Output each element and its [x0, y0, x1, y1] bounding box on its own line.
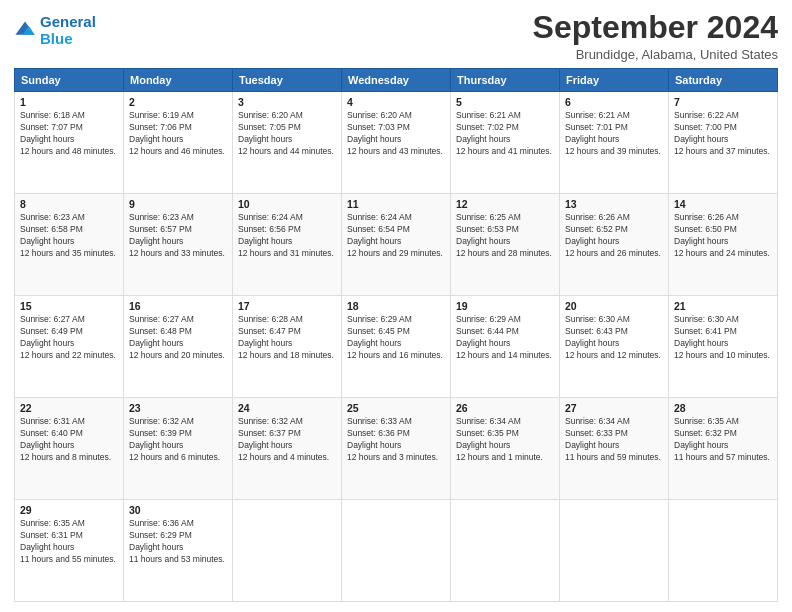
header-thursday: Thursday — [451, 69, 560, 92]
day-info: Sunrise: 6:22 AM Sunset: 7:00 PM Dayligh… — [674, 110, 772, 158]
day-number: 26 — [456, 402, 554, 414]
day-info: Sunrise: 6:25 AM Sunset: 6:53 PM Dayligh… — [456, 212, 554, 260]
day-number: 9 — [129, 198, 227, 210]
day-number: 23 — [129, 402, 227, 414]
day-number: 1 — [20, 96, 118, 108]
calendar-cell: 20 Sunrise: 6:30 AM Sunset: 6:43 PM Dayl… — [560, 296, 669, 398]
calendar-cell: 18 Sunrise: 6:29 AM Sunset: 6:45 PM Dayl… — [342, 296, 451, 398]
logo: General Blue — [14, 14, 96, 47]
day-number: 21 — [674, 300, 772, 312]
month-title: September 2024 — [533, 10, 778, 45]
calendar-cell — [342, 500, 451, 602]
day-info: Sunrise: 6:23 AM Sunset: 6:58 PM Dayligh… — [20, 212, 118, 260]
calendar-cell: 2 Sunrise: 6:19 AM Sunset: 7:06 PM Dayli… — [124, 92, 233, 194]
calendar-cell: 27 Sunrise: 6:34 AM Sunset: 6:33 PM Dayl… — [560, 398, 669, 500]
calendar-week-3: 22 Sunrise: 6:31 AM Sunset: 6:40 PM Dayl… — [15, 398, 778, 500]
calendar-cell: 29 Sunrise: 6:35 AM Sunset: 6:31 PM Dayl… — [15, 500, 124, 602]
day-number: 12 — [456, 198, 554, 210]
calendar-cell: 12 Sunrise: 6:25 AM Sunset: 6:53 PM Dayl… — [451, 194, 560, 296]
day-info: Sunrise: 6:30 AM Sunset: 6:43 PM Dayligh… — [565, 314, 663, 362]
day-info: Sunrise: 6:35 AM Sunset: 6:31 PM Dayligh… — [20, 518, 118, 566]
calendar-cell: 14 Sunrise: 6:26 AM Sunset: 6:50 PM Dayl… — [669, 194, 778, 296]
day-number: 2 — [129, 96, 227, 108]
calendar-cell: 16 Sunrise: 6:27 AM Sunset: 6:48 PM Dayl… — [124, 296, 233, 398]
day-info: Sunrise: 6:21 AM Sunset: 7:01 PM Dayligh… — [565, 110, 663, 158]
calendar-cell: 19 Sunrise: 6:29 AM Sunset: 6:44 PM Dayl… — [451, 296, 560, 398]
day-number: 5 — [456, 96, 554, 108]
day-number: 14 — [674, 198, 772, 210]
day-info: Sunrise: 6:30 AM Sunset: 6:41 PM Dayligh… — [674, 314, 772, 362]
day-info: Sunrise: 6:26 AM Sunset: 6:50 PM Dayligh… — [674, 212, 772, 260]
calendar-cell: 11 Sunrise: 6:24 AM Sunset: 6:54 PM Dayl… — [342, 194, 451, 296]
day-info: Sunrise: 6:20 AM Sunset: 7:03 PM Dayligh… — [347, 110, 445, 158]
calendar-cell: 7 Sunrise: 6:22 AM Sunset: 7:00 PM Dayli… — [669, 92, 778, 194]
calendar-cell: 1 Sunrise: 6:18 AM Sunset: 7:07 PM Dayli… — [15, 92, 124, 194]
day-info: Sunrise: 6:32 AM Sunset: 6:37 PM Dayligh… — [238, 416, 336, 464]
calendar-cell: 25 Sunrise: 6:33 AM Sunset: 6:36 PM Dayl… — [342, 398, 451, 500]
day-number: 29 — [20, 504, 118, 516]
calendar-cell: 3 Sunrise: 6:20 AM Sunset: 7:05 PM Dayli… — [233, 92, 342, 194]
calendar-cell: 5 Sunrise: 6:21 AM Sunset: 7:02 PM Dayli… — [451, 92, 560, 194]
calendar-cell: 17 Sunrise: 6:28 AM Sunset: 6:47 PM Dayl… — [233, 296, 342, 398]
calendar-cell: 8 Sunrise: 6:23 AM Sunset: 6:58 PM Dayli… — [15, 194, 124, 296]
day-info: Sunrise: 6:19 AM Sunset: 7:06 PM Dayligh… — [129, 110, 227, 158]
header-monday: Monday — [124, 69, 233, 92]
calendar-cell: 23 Sunrise: 6:32 AM Sunset: 6:39 PM Dayl… — [124, 398, 233, 500]
calendar-cell: 24 Sunrise: 6:32 AM Sunset: 6:37 PM Dayl… — [233, 398, 342, 500]
calendar-cell — [451, 500, 560, 602]
day-info: Sunrise: 6:29 AM Sunset: 6:45 PM Dayligh… — [347, 314, 445, 362]
day-number: 24 — [238, 402, 336, 414]
day-number: 16 — [129, 300, 227, 312]
calendar-week-1: 8 Sunrise: 6:23 AM Sunset: 6:58 PM Dayli… — [15, 194, 778, 296]
calendar-cell — [560, 500, 669, 602]
day-info: Sunrise: 6:35 AM Sunset: 6:32 PM Dayligh… — [674, 416, 772, 464]
day-info: Sunrise: 6:36 AM Sunset: 6:29 PM Dayligh… — [129, 518, 227, 566]
day-number: 19 — [456, 300, 554, 312]
day-info: Sunrise: 6:23 AM Sunset: 6:57 PM Dayligh… — [129, 212, 227, 260]
calendar-cell: 21 Sunrise: 6:30 AM Sunset: 6:41 PM Dayl… — [669, 296, 778, 398]
day-number: 3 — [238, 96, 336, 108]
calendar-week-2: 15 Sunrise: 6:27 AM Sunset: 6:49 PM Dayl… — [15, 296, 778, 398]
logo-icon — [14, 20, 36, 42]
header-tuesday: Tuesday — [233, 69, 342, 92]
day-info: Sunrise: 6:21 AM Sunset: 7:02 PM Dayligh… — [456, 110, 554, 158]
day-number: 28 — [674, 402, 772, 414]
day-info: Sunrise: 6:24 AM Sunset: 6:56 PM Dayligh… — [238, 212, 336, 260]
calendar-cell: 6 Sunrise: 6:21 AM Sunset: 7:01 PM Dayli… — [560, 92, 669, 194]
day-info: Sunrise: 6:33 AM Sunset: 6:36 PM Dayligh… — [347, 416, 445, 464]
header-friday: Friday — [560, 69, 669, 92]
header-saturday: Saturday — [669, 69, 778, 92]
top-section: General Blue September 2024 Brundidge, A… — [14, 10, 778, 62]
title-section: September 2024 Brundidge, Alabama, Unite… — [533, 10, 778, 62]
calendar-cell: 30 Sunrise: 6:36 AM Sunset: 6:29 PM Dayl… — [124, 500, 233, 602]
day-number: 18 — [347, 300, 445, 312]
day-info: Sunrise: 6:20 AM Sunset: 7:05 PM Dayligh… — [238, 110, 336, 158]
day-number: 4 — [347, 96, 445, 108]
day-number: 25 — [347, 402, 445, 414]
calendar-cell — [233, 500, 342, 602]
day-number: 13 — [565, 198, 663, 210]
calendar-cell: 13 Sunrise: 6:26 AM Sunset: 6:52 PM Dayl… — [560, 194, 669, 296]
day-info: Sunrise: 6:28 AM Sunset: 6:47 PM Dayligh… — [238, 314, 336, 362]
day-number: 20 — [565, 300, 663, 312]
day-info: Sunrise: 6:24 AM Sunset: 6:54 PM Dayligh… — [347, 212, 445, 260]
day-info: Sunrise: 6:34 AM Sunset: 6:33 PM Dayligh… — [565, 416, 663, 464]
calendar-cell: 4 Sunrise: 6:20 AM Sunset: 7:03 PM Dayli… — [342, 92, 451, 194]
calendar-week-0: 1 Sunrise: 6:18 AM Sunset: 7:07 PM Dayli… — [15, 92, 778, 194]
calendar-cell: 28 Sunrise: 6:35 AM Sunset: 6:32 PM Dayl… — [669, 398, 778, 500]
day-number: 6 — [565, 96, 663, 108]
calendar-cell: 10 Sunrise: 6:24 AM Sunset: 6:56 PM Dayl… — [233, 194, 342, 296]
calendar-cell — [669, 500, 778, 602]
logo-text: General Blue — [40, 14, 96, 47]
day-info: Sunrise: 6:32 AM Sunset: 6:39 PM Dayligh… — [129, 416, 227, 464]
calendar-cell: 15 Sunrise: 6:27 AM Sunset: 6:49 PM Dayl… — [15, 296, 124, 398]
day-info: Sunrise: 6:31 AM Sunset: 6:40 PM Dayligh… — [20, 416, 118, 464]
day-info: Sunrise: 6:18 AM Sunset: 7:07 PM Dayligh… — [20, 110, 118, 158]
location: Brundidge, Alabama, United States — [533, 47, 778, 62]
calendar-cell: 9 Sunrise: 6:23 AM Sunset: 6:57 PM Dayli… — [124, 194, 233, 296]
day-number: 15 — [20, 300, 118, 312]
calendar-cell: 22 Sunrise: 6:31 AM Sunset: 6:40 PM Dayl… — [15, 398, 124, 500]
day-number: 10 — [238, 198, 336, 210]
day-number: 17 — [238, 300, 336, 312]
day-info: Sunrise: 6:27 AM Sunset: 6:48 PM Dayligh… — [129, 314, 227, 362]
